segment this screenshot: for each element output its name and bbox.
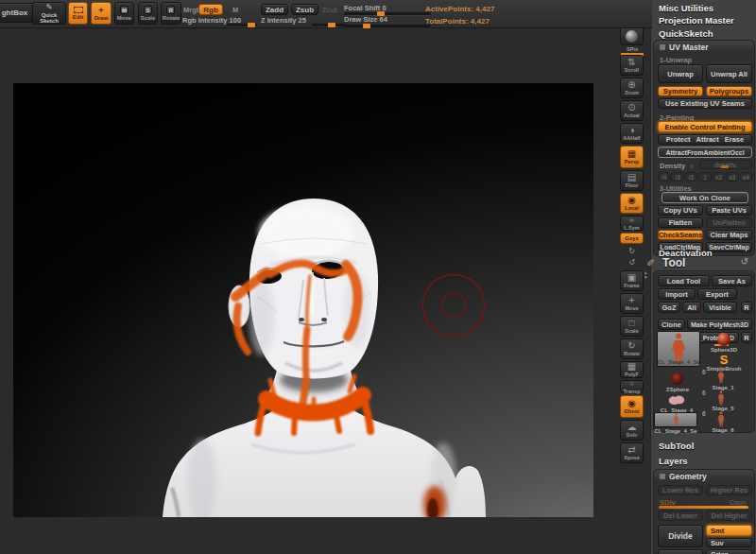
shelf-gxyz-button[interactable]: Gxyz <box>620 233 644 244</box>
import-button[interactable]: Import <box>658 288 696 300</box>
shelf-yrotate-button[interactable]: ↻ <box>620 246 644 257</box>
stage1-badge: 6 <box>702 369 706 375</box>
protect-attract-erase-buttons[interactable]: Protect Attract Erase <box>658 134 752 145</box>
copy-uvs-button[interactable]: Copy UVs <box>658 205 703 216</box>
rgb-intensity-slider[interactable] <box>227 24 257 26</box>
flatten-button[interactable]: Flatten <box>658 217 703 228</box>
scale-button[interactable]: S Scale <box>138 2 158 25</box>
erase-button[interactable]: Erase <box>725 135 744 144</box>
draw-size-handle[interactable] <box>363 24 370 28</box>
shelf-xpose-button[interactable]: ⇄Xpose <box>620 442 644 463</box>
density-div3: /3 <box>671 172 683 182</box>
draw-button[interactable]: + Draw <box>91 2 112 25</box>
load-tool-button[interactable]: Load Tool <box>658 275 710 286</box>
goz-visible-button[interactable]: Visible <box>703 302 737 313</box>
move-button[interactable]: M Move <box>114 2 134 25</box>
save-as-button[interactable]: Save As <box>712 275 752 286</box>
goz-all-button[interactable]: All <box>682 302 701 313</box>
attract-from-ambient-occlusion-button[interactable]: AttractFromAmbientOccl <box>658 147 752 158</box>
tool-r-button[interactable]: R <box>741 332 752 343</box>
shelf-scale-button[interactable]: □Scale <box>620 316 644 337</box>
shelf-zrotate-button[interactable]: ↺ <box>620 257 644 268</box>
clone-button[interactable]: Clone <box>658 319 685 330</box>
shelf-polyf-button[interactable]: ▦PolyF <box>620 361 644 378</box>
tool-restore-icon[interactable]: ↺ <box>741 256 748 267</box>
menu-misc-utilities[interactable]: Misc Utilities <box>659 3 713 13</box>
shelf-floor-button[interactable]: ▤Floor <box>620 170 644 191</box>
divide-button[interactable]: Divide <box>658 525 703 547</box>
checkseams-toggle[interactable]: CheckSeams <box>658 230 703 240</box>
active-points-readout: ActivePoints: 4,427 <box>425 5 494 13</box>
shelf-frame-button[interactable]: ▣Frame <box>620 270 644 291</box>
rgb-intensity-handle[interactable] <box>248 23 255 27</box>
rgb-button[interactable]: Rgb <box>198 4 223 15</box>
active-tool-thumbnail[interactable]: CL_Stage_4_Sa <box>657 331 700 367</box>
zadd-button[interactable]: Zadd <box>261 4 288 15</box>
shelf-zoom-button[interactable]: ⊕Zoom <box>620 78 644 98</box>
save-ctrl-map-button[interactable]: SaveCtrlMap <box>706 242 752 252</box>
clstage4se-thumbnail[interactable] <box>654 412 697 427</box>
make-polymesh3d-button[interactable]: Make PolyMesh3D <box>687 319 752 330</box>
tool-palette-title[interactable]: Tool <box>662 256 685 269</box>
clear-maps-button[interactable]: Clear Maps <box>706 230 752 240</box>
smt-toggle[interactable]: Smt <box>706 525 752 536</box>
simplebrush-thumbnail[interactable]: S <box>713 354 735 366</box>
stage5-thumbnail[interactable] <box>710 390 732 406</box>
shelf-lsym-button[interactable]: ∞L.Sym <box>620 216 644 231</box>
shelf-aahalf-button[interactable]: ◑AAHalf <box>620 123 644 144</box>
draw-size-slider[interactable] <box>344 25 431 27</box>
crisp-toggle[interactable]: Crisp <box>706 549 752 554</box>
geometry-title[interactable]: Geometry <box>654 470 754 482</box>
quick-sketch-button[interactable]: ✎ Quick Sketch <box>32 2 66 25</box>
m-button[interactable]: M <box>232 6 238 14</box>
transp-icon: ○ <box>629 379 633 389</box>
attract-button[interactable]: Attract <box>696 135 719 144</box>
clstage4-thumbnail[interactable] <box>664 392 689 407</box>
panel-scroll-arrows[interactable]: ▴▾ <box>644 270 647 280</box>
z-intensity-handle[interactable] <box>328 23 335 27</box>
shelf-scroll-button[interactable]: ⇅Scroll <box>620 55 644 76</box>
menu-subtool[interactable]: SubTool <box>659 441 694 451</box>
stage1-thumbnail[interactable] <box>710 369 732 384</box>
work-on-clone-button[interactable]: Work On Clone <box>662 192 748 203</box>
shelf-actual-button[interactable]: ⊙Actual <box>620 100 644 121</box>
sdiv-slider[interactable] <box>659 506 748 509</box>
shelf-rotate-button[interactable]: ↻Rotate <box>620 338 644 359</box>
bpr-button[interactable] <box>620 26 644 45</box>
polygroups-toggle[interactable]: Polygroups <box>706 86 752 96</box>
shelf-local-button[interactable]: ◉Local <box>620 193 644 214</box>
shelf-ghost-button[interactable]: ◉Ghost <box>620 395 644 418</box>
enable-control-painting-toggle[interactable]: Enable Control Painting <box>658 121 752 132</box>
menu-projection-master[interactable]: Projection Master <box>659 15 734 26</box>
zsphere-thumbnail[interactable] <box>666 371 687 386</box>
viewport-canvas[interactable] <box>13 83 593 517</box>
unwrap-button[interactable]: Unwrap <box>658 64 703 83</box>
z-intensity-slider[interactable] <box>312 24 346 26</box>
section-unwrap[interactable]: 1-Unwrap <box>660 56 692 64</box>
edit-button[interactable]: Edit <box>68 2 88 25</box>
suv-toggle[interactable]: Suv <box>706 538 752 547</box>
uv-master-title[interactable]: UV Master <box>654 41 754 53</box>
goz-button[interactable]: GoZ <box>658 302 680 313</box>
stage6-thumbnail[interactable] <box>710 410 732 427</box>
symmetry-toggle[interactable]: Symmetry <box>658 86 703 96</box>
paste-uvs-button[interactable]: Paste UVs <box>706 205 752 216</box>
menu-layers[interactable]: Layers <box>659 456 688 466</box>
unwrap-all-button[interactable]: Unwrap All <box>706 64 752 83</box>
stage5-badge: 6 <box>702 390 706 396</box>
sphere3d-thumbnail[interactable] <box>713 331 735 347</box>
shelf-move-button[interactable]: +Move <box>620 293 644 314</box>
rotate-button[interactable]: R Rotate <box>161 2 181 25</box>
shelf-solo-button[interactable]: ☁Solo <box>620 420 644 441</box>
zsub-button[interactable]: Zsub <box>291 4 318 15</box>
use-existing-uv-seams-button[interactable]: Use Existing UV Seams <box>658 98 752 109</box>
goz-r-button[interactable]: R <box>741 302 752 313</box>
density-x4: x4 <box>740 172 752 182</box>
export-button[interactable]: Export <box>697 288 737 300</box>
edge-loop-button[interactable]: Edge Loop <box>658 549 703 554</box>
shelf-persp-button[interactable]: ▦Persp <box>620 146 644 168</box>
menu-quicksketch[interactable]: QuickSketch <box>659 28 713 39</box>
protect-button[interactable]: Protect <box>666 135 691 144</box>
shelf-transp-button[interactable]: ○Transp <box>620 380 644 393</box>
solo-cloud-icon: ☁ <box>627 423 637 432</box>
